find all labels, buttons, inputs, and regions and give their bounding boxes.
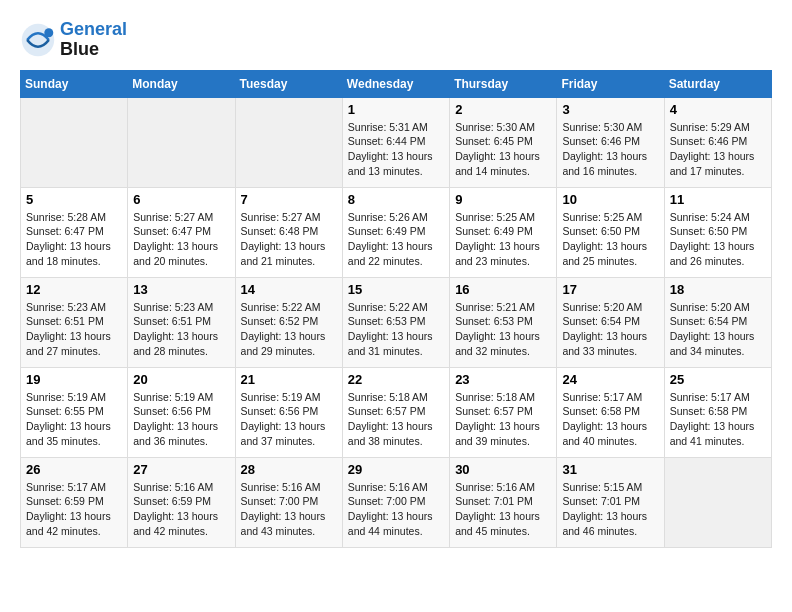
week-row-1: 1Sunrise: 5:31 AM Sunset: 6:44 PM Daylig… (21, 97, 772, 187)
calendar-cell: 20Sunrise: 5:19 AM Sunset: 6:56 PM Dayli… (128, 367, 235, 457)
column-header-saturday: Saturday (664, 70, 771, 97)
day-number: 9 (455, 192, 551, 207)
day-info: Sunrise: 5:17 AM Sunset: 6:59 PM Dayligh… (26, 480, 122, 539)
day-info: Sunrise: 5:18 AM Sunset: 6:57 PM Dayligh… (455, 390, 551, 449)
calendar-cell: 29Sunrise: 5:16 AM Sunset: 7:00 PM Dayli… (342, 457, 449, 547)
day-info: Sunrise: 5:30 AM Sunset: 6:45 PM Dayligh… (455, 120, 551, 179)
day-info: Sunrise: 5:17 AM Sunset: 6:58 PM Dayligh… (562, 390, 658, 449)
calendar-cell: 10Sunrise: 5:25 AM Sunset: 6:50 PM Dayli… (557, 187, 664, 277)
column-header-tuesday: Tuesday (235, 70, 342, 97)
calendar-cell: 1Sunrise: 5:31 AM Sunset: 6:44 PM Daylig… (342, 97, 449, 187)
calendar-cell: 24Sunrise: 5:17 AM Sunset: 6:58 PM Dayli… (557, 367, 664, 457)
day-info: Sunrise: 5:28 AM Sunset: 6:47 PM Dayligh… (26, 210, 122, 269)
calendar-cell (128, 97, 235, 187)
day-info: Sunrise: 5:24 AM Sunset: 6:50 PM Dayligh… (670, 210, 766, 269)
day-info: Sunrise: 5:22 AM Sunset: 6:52 PM Dayligh… (241, 300, 337, 359)
day-number: 22 (348, 372, 444, 387)
day-info: Sunrise: 5:17 AM Sunset: 6:58 PM Dayligh… (670, 390, 766, 449)
day-info: Sunrise: 5:27 AM Sunset: 6:47 PM Dayligh… (133, 210, 229, 269)
day-number: 4 (670, 102, 766, 117)
day-info: Sunrise: 5:18 AM Sunset: 6:57 PM Dayligh… (348, 390, 444, 449)
day-number: 17 (562, 282, 658, 297)
day-number: 13 (133, 282, 229, 297)
day-number: 21 (241, 372, 337, 387)
calendar-cell: 26Sunrise: 5:17 AM Sunset: 6:59 PM Dayli… (21, 457, 128, 547)
day-number: 2 (455, 102, 551, 117)
calendar-cell: 7Sunrise: 5:27 AM Sunset: 6:48 PM Daylig… (235, 187, 342, 277)
week-row-5: 26Sunrise: 5:17 AM Sunset: 6:59 PM Dayli… (21, 457, 772, 547)
calendar-cell: 17Sunrise: 5:20 AM Sunset: 6:54 PM Dayli… (557, 277, 664, 367)
day-number: 14 (241, 282, 337, 297)
calendar-cell: 6Sunrise: 5:27 AM Sunset: 6:47 PM Daylig… (128, 187, 235, 277)
week-row-2: 5Sunrise: 5:28 AM Sunset: 6:47 PM Daylig… (21, 187, 772, 277)
column-header-monday: Monday (128, 70, 235, 97)
calendar-cell: 11Sunrise: 5:24 AM Sunset: 6:50 PM Dayli… (664, 187, 771, 277)
calendar-cell: 31Sunrise: 5:15 AM Sunset: 7:01 PM Dayli… (557, 457, 664, 547)
calendar-cell: 8Sunrise: 5:26 AM Sunset: 6:49 PM Daylig… (342, 187, 449, 277)
day-info: Sunrise: 5:25 AM Sunset: 6:50 PM Dayligh… (562, 210, 658, 269)
day-number: 23 (455, 372, 551, 387)
day-number: 25 (670, 372, 766, 387)
day-number: 5 (26, 192, 122, 207)
day-info: Sunrise: 5:16 AM Sunset: 7:00 PM Dayligh… (241, 480, 337, 539)
page-header: General Blue (20, 20, 772, 60)
calendar-cell: 2Sunrise: 5:30 AM Sunset: 6:45 PM Daylig… (450, 97, 557, 187)
day-number: 10 (562, 192, 658, 207)
day-info: Sunrise: 5:22 AM Sunset: 6:53 PM Dayligh… (348, 300, 444, 359)
day-number: 26 (26, 462, 122, 477)
calendar-cell: 14Sunrise: 5:22 AM Sunset: 6:52 PM Dayli… (235, 277, 342, 367)
day-info: Sunrise: 5:19 AM Sunset: 6:56 PM Dayligh… (133, 390, 229, 449)
day-info: Sunrise: 5:19 AM Sunset: 6:55 PM Dayligh… (26, 390, 122, 449)
calendar-cell: 28Sunrise: 5:16 AM Sunset: 7:00 PM Dayli… (235, 457, 342, 547)
day-number: 6 (133, 192, 229, 207)
day-info: Sunrise: 5:21 AM Sunset: 6:53 PM Dayligh… (455, 300, 551, 359)
calendar-header-row: SundayMondayTuesdayWednesdayThursdayFrid… (21, 70, 772, 97)
calendar-cell: 19Sunrise: 5:19 AM Sunset: 6:55 PM Dayli… (21, 367, 128, 457)
calendar-cell: 15Sunrise: 5:22 AM Sunset: 6:53 PM Dayli… (342, 277, 449, 367)
day-number: 20 (133, 372, 229, 387)
day-number: 12 (26, 282, 122, 297)
calendar-cell: 4Sunrise: 5:29 AM Sunset: 6:46 PM Daylig… (664, 97, 771, 187)
day-info: Sunrise: 5:27 AM Sunset: 6:48 PM Dayligh… (241, 210, 337, 269)
calendar-cell: 22Sunrise: 5:18 AM Sunset: 6:57 PM Dayli… (342, 367, 449, 457)
day-info: Sunrise: 5:16 AM Sunset: 6:59 PM Dayligh… (133, 480, 229, 539)
calendar-cell: 3Sunrise: 5:30 AM Sunset: 6:46 PM Daylig… (557, 97, 664, 187)
day-number: 19 (26, 372, 122, 387)
day-number: 24 (562, 372, 658, 387)
calendar-cell (21, 97, 128, 187)
column-header-sunday: Sunday (21, 70, 128, 97)
calendar-cell: 25Sunrise: 5:17 AM Sunset: 6:58 PM Dayli… (664, 367, 771, 457)
day-info: Sunrise: 5:31 AM Sunset: 6:44 PM Dayligh… (348, 120, 444, 179)
day-info: Sunrise: 5:16 AM Sunset: 7:01 PM Dayligh… (455, 480, 551, 539)
logo-icon (20, 22, 56, 58)
day-number: 8 (348, 192, 444, 207)
calendar-cell: 18Sunrise: 5:20 AM Sunset: 6:54 PM Dayli… (664, 277, 771, 367)
calendar-cell: 23Sunrise: 5:18 AM Sunset: 6:57 PM Dayli… (450, 367, 557, 457)
calendar-cell: 30Sunrise: 5:16 AM Sunset: 7:01 PM Dayli… (450, 457, 557, 547)
day-number: 30 (455, 462, 551, 477)
calendar-cell: 12Sunrise: 5:23 AM Sunset: 6:51 PM Dayli… (21, 277, 128, 367)
calendar-cell: 13Sunrise: 5:23 AM Sunset: 6:51 PM Dayli… (128, 277, 235, 367)
day-number: 31 (562, 462, 658, 477)
logo-line1: General (60, 20, 127, 40)
calendar-cell: 5Sunrise: 5:28 AM Sunset: 6:47 PM Daylig… (21, 187, 128, 277)
column-header-friday: Friday (557, 70, 664, 97)
calendar-cell: 9Sunrise: 5:25 AM Sunset: 6:49 PM Daylig… (450, 187, 557, 277)
day-number: 1 (348, 102, 444, 117)
day-info: Sunrise: 5:20 AM Sunset: 6:54 PM Dayligh… (562, 300, 658, 359)
column-header-thursday: Thursday (450, 70, 557, 97)
day-number: 15 (348, 282, 444, 297)
day-number: 7 (241, 192, 337, 207)
day-info: Sunrise: 5:25 AM Sunset: 6:49 PM Dayligh… (455, 210, 551, 269)
day-number: 28 (241, 462, 337, 477)
logo: General Blue (20, 20, 127, 60)
day-info: Sunrise: 5:19 AM Sunset: 6:56 PM Dayligh… (241, 390, 337, 449)
day-number: 29 (348, 462, 444, 477)
day-number: 27 (133, 462, 229, 477)
day-info: Sunrise: 5:15 AM Sunset: 7:01 PM Dayligh… (562, 480, 658, 539)
week-row-4: 19Sunrise: 5:19 AM Sunset: 6:55 PM Dayli… (21, 367, 772, 457)
day-number: 11 (670, 192, 766, 207)
day-info: Sunrise: 5:26 AM Sunset: 6:49 PM Dayligh… (348, 210, 444, 269)
day-number: 18 (670, 282, 766, 297)
day-info: Sunrise: 5:16 AM Sunset: 7:00 PM Dayligh… (348, 480, 444, 539)
